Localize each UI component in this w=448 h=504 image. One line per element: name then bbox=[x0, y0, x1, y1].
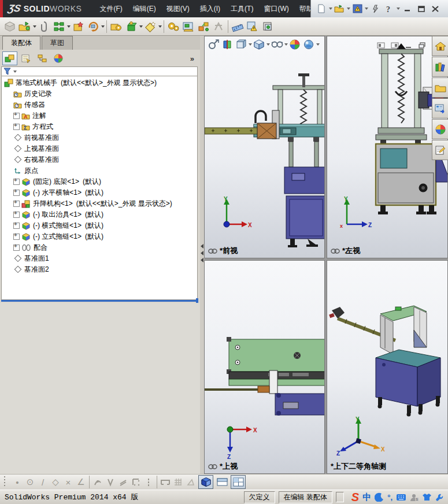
menu-window[interactable]: 窗口(W) bbox=[258, 2, 294, 16]
tree-item-origin[interactable]: 原点 bbox=[2, 165, 197, 176]
tab-sketch[interactable]: 草图 bbox=[42, 36, 73, 50]
expand-icon[interactable] bbox=[13, 113, 20, 119]
displaymanager-icon[interactable] bbox=[51, 51, 66, 65]
exploded-sketch-icon[interactable] bbox=[211, 19, 226, 34]
interference-detection-icon[interactable] bbox=[245, 19, 260, 34]
window-left-icon[interactable] bbox=[375, 40, 387, 50]
expand-icon[interactable] bbox=[13, 234, 20, 240]
open-icon[interactable] bbox=[17, 19, 32, 34]
expand-icon[interactable] bbox=[13, 190, 20, 196]
filter-caret-icon[interactable] bbox=[13, 71, 17, 73]
zoom-to-fit-icon[interactable] bbox=[206, 38, 220, 51]
minimize-button[interactable] bbox=[401, 3, 414, 14]
expand-icon[interactable] bbox=[13, 124, 20, 130]
assembly-tools-icon[interactable] bbox=[109, 19, 124, 34]
new-document-icon[interactable] bbox=[314, 2, 328, 15]
hide-show-items-icon[interactable] bbox=[270, 38, 284, 51]
four-view-button[interactable] bbox=[231, 475, 246, 489]
apply-scene-icon[interactable] bbox=[302, 38, 316, 51]
polygon-icon[interactable]: ◇ bbox=[49, 476, 62, 488]
reference-geometry-icon[interactable] bbox=[143, 19, 158, 34]
help-icon[interactable]: ? bbox=[382, 2, 396, 15]
screen-capture-icon[interactable] bbox=[260, 19, 275, 34]
apply-scene-caret-icon[interactable] bbox=[316, 43, 320, 46]
grid-icon[interactable] bbox=[172, 476, 184, 488]
skin-shirt-icon[interactable] bbox=[422, 493, 432, 501]
menu-view[interactable]: 视图(V) bbox=[161, 2, 195, 16]
login-avatar-icon[interactable]: S bbox=[410, 493, 419, 502]
tree-item-mates[interactable]: 配合 bbox=[2, 242, 197, 253]
tree-item-subassembly-lift[interactable]: 升降机构<1> (默认<<默认>_外观 显示状态>) bbox=[2, 198, 197, 209]
tree-item-component-base[interactable]: (固定) 底架<1> (默认) bbox=[2, 176, 197, 187]
single-view-button[interactable] bbox=[198, 475, 213, 489]
rotate-caret-icon[interactable] bbox=[101, 25, 105, 28]
angle-icon[interactable] bbox=[184, 476, 197, 488]
configurationmanager-icon[interactable] bbox=[35, 51, 50, 65]
assembly-feature-icon[interactable] bbox=[124, 19, 139, 34]
appearances-scenes-icon[interactable] bbox=[432, 119, 448, 139]
open-document-icon[interactable] bbox=[332, 2, 346, 15]
section-view-icon[interactable] bbox=[220, 38, 234, 51]
minimize-child-icon[interactable] bbox=[402, 40, 414, 50]
rotate-component-icon[interactable] bbox=[86, 19, 101, 34]
show-window-icon[interactable] bbox=[181, 19, 196, 34]
menu-edit[interactable]: 编辑(E) bbox=[128, 2, 161, 16]
parallel-relation-icon[interactable] bbox=[117, 476, 129, 488]
options-warning-icon[interactable] bbox=[350, 2, 364, 15]
moon-icon[interactable] bbox=[375, 492, 384, 502]
tree-item-equations[interactable]: Σ 方程式 bbox=[2, 121, 197, 132]
trim-icon[interactable]: × bbox=[62, 476, 75, 488]
property-tab-builder-icon[interactable] bbox=[368, 2, 382, 15]
tree-item-front-plane[interactable]: 前视基准面 bbox=[2, 132, 197, 143]
tree-item-component-jig[interactable]: (-) 取出治具<1> (默认) bbox=[2, 209, 197, 220]
splitter-arrow-icon[interactable] bbox=[201, 258, 203, 262]
viewport-left[interactable]: x Y Z *左视 bbox=[327, 36, 448, 258]
tab-assembly[interactable]: 装配体 bbox=[2, 36, 40, 50]
menu-file[interactable]: 文件(F) bbox=[94, 2, 127, 16]
close-button[interactable] bbox=[429, 3, 442, 14]
line-icon[interactable]: / bbox=[36, 476, 49, 488]
attach-paperclip-icon[interactable] bbox=[36, 19, 51, 34]
vertical-relation-icon[interactable] bbox=[104, 476, 117, 488]
view-orientation-icon[interactable] bbox=[234, 38, 248, 51]
circle-icon[interactable]: ⊙ bbox=[24, 476, 36, 488]
tree-item-history[interactable]: 历史记录 bbox=[2, 88, 197, 99]
soft-keyboard-icon[interactable] bbox=[396, 494, 406, 501]
viewport-isometric[interactable]: Y X Z *上下二等角轴测 bbox=[327, 260, 448, 474]
sogou-logo-icon[interactable]: S bbox=[351, 491, 359, 504]
viewport-top[interactable]: X Z *上视 bbox=[204, 260, 325, 474]
splitter-arrow-icon[interactable] bbox=[201, 244, 203, 249]
two-view-button[interactable] bbox=[214, 475, 229, 489]
expand-icon[interactable] bbox=[13, 244, 20, 251]
chinese-mode-icon[interactable]: 中 bbox=[362, 492, 371, 503]
expand-icon[interactable] bbox=[13, 212, 20, 218]
menu-tools[interactable]: 工具(T) bbox=[225, 2, 258, 16]
tree-filter[interactable] bbox=[1, 66, 198, 76]
insert-component-icon[interactable] bbox=[2, 19, 17, 34]
tree-item-component-vchain[interactable]: (-) 立式拖链<1> (默认) bbox=[2, 231, 197, 242]
tree-item-plane2[interactable]: 基准面2 bbox=[2, 264, 197, 275]
motion-study-icon[interactable] bbox=[166, 19, 181, 34]
design-library-icon[interactable] bbox=[432, 57, 448, 77]
expand-icon[interactable] bbox=[13, 223, 20, 229]
tree-item-component-hchain[interactable]: (-) 横式拖链<1> (默认) bbox=[2, 220, 197, 231]
punctuation-icon[interactable]: °, bbox=[387, 493, 393, 502]
tree-item-sensors[interactable]: 传感器 bbox=[2, 99, 197, 110]
convert-entities-icon[interactable] bbox=[159, 476, 172, 488]
view-palette-icon[interactable] bbox=[432, 98, 448, 118]
reference-geometry-caret-icon[interactable] bbox=[158, 25, 162, 28]
expand-icon[interactable] bbox=[13, 179, 20, 185]
featuremanager-tree-icon[interactable] bbox=[2, 51, 17, 65]
settings-wrench-icon[interactable] bbox=[435, 493, 444, 502]
splitter-arrow-icon[interactable] bbox=[201, 251, 203, 255]
toolbar-grip[interactable] bbox=[3, 476, 6, 488]
tree-item-component-haxis[interactable]: (-) 水平横轴<1> (默认) bbox=[2, 187, 197, 198]
propertymanager-icon[interactable] bbox=[18, 51, 34, 65]
tree-item-right-plane[interactable]: 右视基准面 bbox=[2, 154, 197, 165]
file-explorer-icon[interactable] bbox=[432, 77, 448, 98]
viewport-front[interactable]: Y X *前视 bbox=[204, 36, 325, 258]
display-style-icon[interactable] bbox=[252, 38, 266, 51]
smart-fastener-icon[interactable] bbox=[71, 19, 86, 34]
sketch-fillet-icon[interactable]: ∠ bbox=[75, 476, 87, 488]
tree-item-plane1[interactable]: 基准面1 bbox=[2, 253, 197, 264]
